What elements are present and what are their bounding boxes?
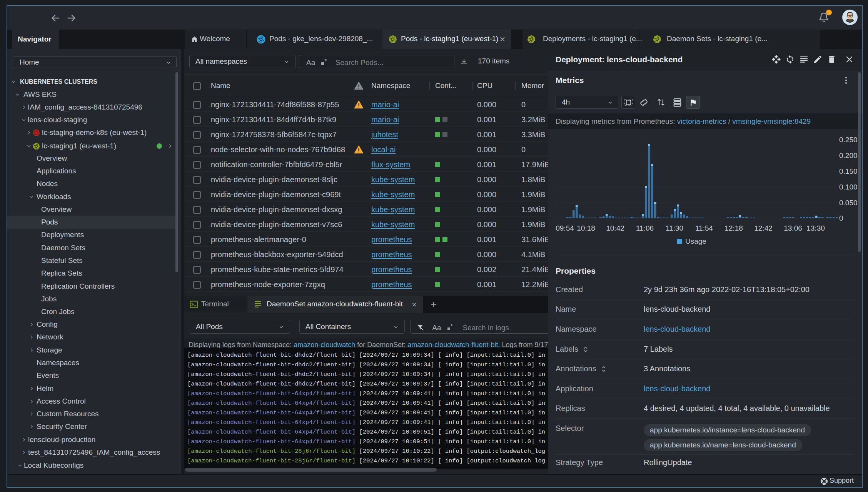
svg-text:0.150: 0.150 — [839, 167, 858, 175]
svg-text:0.250: 0.250 — [839, 137, 858, 144]
svg-text:12:18: 12:18 — [724, 224, 743, 232]
svg-text:0.050: 0.050 — [839, 199, 858, 207]
svg-text:0: 0 — [839, 214, 843, 222]
svg-text:13:30: 13:30 — [806, 224, 825, 232]
svg-text:13:06: 13:06 — [784, 224, 802, 232]
svg-text:12:42: 12:42 — [754, 224, 773, 232]
svg-text:10:18: 10:18 — [577, 224, 595, 232]
svg-text:09:54: 09:54 — [556, 224, 574, 232]
svg-text:0.200: 0.200 — [839, 151, 858, 160]
svg-text:0.100: 0.100 — [839, 183, 858, 191]
svg-text:11:54: 11:54 — [695, 224, 713, 232]
svg-text:10:42: 10:42 — [606, 224, 624, 232]
svg-text:11:06: 11:06 — [636, 224, 654, 232]
svg-text:11:30: 11:30 — [666, 224, 683, 232]
